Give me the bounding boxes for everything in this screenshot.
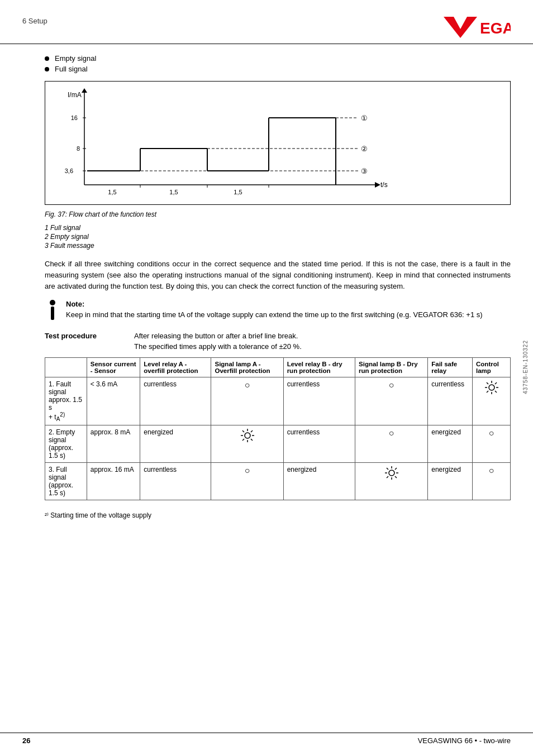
svg-text:3,6: 3,6 [65,168,73,174]
svg-text:1,5: 1,5 [234,189,242,195]
cell-level-relay-a: currentless [140,377,211,425]
bullet-list: Empty signal Full signal [45,54,511,73]
row-label: 2. Empty signal(approx. 1.5 s) [45,425,87,463]
cell-sensor-current: < 3.6 mA [87,377,140,425]
footer: 26 VEGASWING 66 • - two-wire [0,733,533,745]
svg-text:t/s: t/s [380,181,388,189]
row-label-text: 3. Full signal(approx. 1.5 s) [49,466,73,497]
note-icon [45,300,60,320]
chart-container: I/mA t/s 3,6 8 16 [45,81,511,205]
page: 6 Setup EGA Empty signal Full signal [0,0,533,756]
col-header-control-lamp: Control lamp [473,357,511,377]
symbol-circle: ○ [359,380,424,390]
cell-control-lamp: ○ [473,463,511,500]
cell-sensor-current: approx. 8 mA [87,425,140,463]
cell-fail-safe: currentless [428,377,473,425]
vega-logo: EGA [444,17,511,38]
fig-list: 1 Full signal 2 Empty signal 3 Fault mes… [45,224,511,250]
symbol-circle: ○ [215,466,279,476]
svg-text:1,5: 1,5 [169,189,178,195]
cell-signal-lamp-b: ○ [355,425,428,463]
table-header-row: Sensor current - Sensor Level relay A - … [45,357,511,377]
footer-page: 26 [22,736,30,745]
svg-text:③: ③ [361,167,368,175]
main-paragraph: Check if all three switching conditions … [45,259,511,292]
svg-marker-6 [375,182,380,188]
svg-line-51 [242,439,244,441]
note-section: Note: Keep in mind that the starting tim… [45,300,511,320]
test-procedure-desc: After releasing the button or after a br… [134,332,511,353]
sidebar-text: 43758-EN-130322 [522,340,529,394]
svg-text:1,5: 1,5 [108,189,116,195]
cell-fail-safe: energized [428,463,473,500]
table-row: 1. Fault signalapprox. 1.5 s+ tA2) < 3.6… [45,377,511,425]
col-header-sensor: Sensor current - Sensor [87,357,140,377]
note-bar [51,307,54,320]
fig-list-item: 1 Full signal [45,224,511,232]
list-item-label: Empty signal [55,54,96,63]
row-label-text: 2. Empty signal(approx. 1.5 s) [49,428,75,460]
col-header-signal-lamp-a: Signal lamp A - Overfill protection [211,357,283,377]
note-title: Note: [66,300,483,308]
svg-line-50 [251,430,253,432]
chart: I/mA t/s 3,6 8 16 [51,87,397,199]
svg-line-58 [395,476,397,478]
svg-text:I/mA: I/mA [68,91,82,99]
svg-point-34 [489,385,494,390]
cell-signal-lamp-b [355,463,428,500]
col-header-level-relay-a: Level relay A - overfill protection [140,357,211,377]
col-header-signal-lamp-b: Signal lamp B - Dry run protection [355,357,428,377]
row-label: 1. Fault signalapprox. 1.5 s+ tA2) [45,377,87,425]
main-content: Empty signal Full signal I/mA t/s [0,54,533,519]
footer-product: VEGASWING 66 • - two-wire [418,736,511,745]
cell-level-relay-a: energized [140,425,211,463]
header: 6 Setup EGA [0,17,533,44]
svg-point-43 [245,433,250,438]
header-title: 6 Setup [22,17,47,25]
col-header-level-relay-b: Level relay B - dry run protection [283,357,355,377]
col-header-fail-safe: Fail safe relay [428,357,473,377]
list-item: Full signal [45,65,511,73]
cell-signal-lamp-a [211,425,283,463]
footnote: ²⁾ Starting time of the voltage supply [45,511,511,519]
svg-point-52 [389,470,394,476]
cell-level-relay-b: currentless [283,425,355,463]
data-table: Sensor current - Sensor Level relay A - … [45,357,511,500]
test-procedure-label: Test procedure [45,332,134,353]
symbol-circle: ○ [476,428,507,438]
cell-fail-safe: energized [428,425,473,463]
svg-text:8: 8 [77,145,80,152]
test-line1: After releasing the button or after a br… [134,332,511,340]
svg-text:16: 16 [71,114,78,121]
bullet-dot [45,67,49,71]
svg-line-59 [395,468,397,470]
note-text: Keep in mind that the starting time tA o… [66,309,483,320]
symbol-circle: ○ [215,380,279,390]
logo: EGA [444,17,511,38]
list-item-label: Full signal [55,65,88,73]
list-item: Empty signal [45,54,511,63]
row-label-text: 1. Fault signalapprox. 1.5 s+ tA2) [49,380,82,421]
svg-line-49 [251,439,253,441]
svg-line-60 [387,476,388,478]
row-label: 3. Full signal(approx. 1.5 s) [45,463,87,500]
symbol-circle: ○ [476,466,507,476]
svg-text:EGA: EGA [480,20,511,37]
symbol-sun [476,380,507,395]
svg-marker-3 [82,88,87,93]
svg-line-48 [242,430,244,432]
svg-marker-0 [444,17,477,38]
cell-level-relay-b: currentless [283,377,355,425]
fig-list-item: 2 Empty signal [45,233,511,241]
cell-sensor-current: approx. 16 mA [87,463,140,500]
svg-line-57 [387,468,388,470]
cell-signal-lamp-b: ○ [355,377,428,425]
svg-line-40 [495,391,497,393]
svg-text:②: ② [361,145,368,153]
note-dot [50,300,55,305]
cell-signal-lamp-a: ○ [211,377,283,425]
symbol-sun [215,428,279,443]
cell-level-relay-b: energized [283,463,355,500]
test-procedure: Test procedure After releasing the butto… [45,332,511,353]
test-line2: The specified times apply with a toleran… [134,342,511,351]
